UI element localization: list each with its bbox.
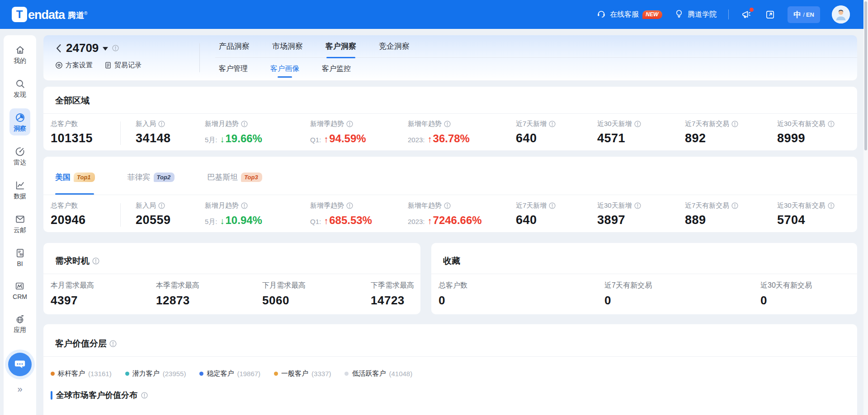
page-scrollbar[interactable] xyxy=(863,0,868,415)
announcements-button[interactable] xyxy=(741,9,752,20)
legend-dot xyxy=(125,372,129,376)
globe-leaf-icon xyxy=(14,313,26,325)
stat-quarterly-trend: 新增季趋势 Q1: ↑685.53% xyxy=(310,201,408,227)
fullscreen-icon xyxy=(765,9,775,20)
stat-quarterly-trend: 新增季趋势 Q1: ↑94.59% xyxy=(310,120,408,145)
tab-product-insight[interactable]: 产品洞察 xyxy=(219,35,250,57)
favorites-stats-row: 总客户数 0 近7天有新交易 0 近30天有新交易 0 xyxy=(431,281,857,308)
plan-settings-button[interactable]: 方案设置 xyxy=(55,61,93,70)
stat-new-entrants: 新入局 34148 xyxy=(136,120,205,145)
info-icon[interactable] xyxy=(731,121,738,127)
legend-potential-customers[interactable]: 潜力客户 (23955) xyxy=(125,369,186,378)
sidebar-item-mail[interactable]: 云邮 xyxy=(14,214,26,234)
sidebar-item-insight[interactable]: 洞察 xyxy=(9,108,30,135)
legend-low-activity-customers[interactable]: 低活跃客户 (41048) xyxy=(344,369,412,378)
accent-bar xyxy=(51,391,52,400)
stat-demand-this-quarter: 本季需求最高 12873 xyxy=(156,281,262,308)
tab-customer-insight[interactable]: 客户洞察 xyxy=(326,35,356,57)
sidebar-item-discover[interactable]: 发现 xyxy=(14,78,26,99)
tab-market-insight[interactable]: 市场洞察 xyxy=(272,35,303,57)
info-icon[interactable] xyxy=(634,121,641,127)
stat-demand-next-month: 下月需求最高 5060 xyxy=(262,281,371,308)
subtab-customer-profile[interactable]: 客户画像 xyxy=(270,58,299,80)
info-icon[interactable] xyxy=(109,340,117,347)
legend-general-customers[interactable]: 一般客户 (3337) xyxy=(274,369,331,378)
back-chevron-icon xyxy=(55,44,62,53)
subtab-customer-monitoring[interactable]: 客户监控 xyxy=(322,58,351,80)
info-icon[interactable] xyxy=(634,202,641,209)
value-legend: 标杆客户 (13161) 潜力客户 (23955) 稳定客户 (19867) 一… xyxy=(43,369,857,378)
legend-stable-customers[interactable]: 稳定客户 (19867) xyxy=(199,369,260,378)
sidebar-item-apps[interactable]: 应用 xyxy=(14,313,26,334)
info-icon[interactable] xyxy=(241,121,248,127)
favorites-card: 收藏 总客户数 0 近7天有新交易 0 近30天有新交易 0 xyxy=(431,243,857,314)
stat-trades-30d: 近30天有新交易 5704 xyxy=(777,201,857,227)
home-icon xyxy=(14,44,26,56)
info-icon[interactable] xyxy=(346,202,353,209)
sidebar-item-radar[interactable]: 雷达 xyxy=(14,146,26,167)
info-icon[interactable] xyxy=(731,202,738,209)
search-icon xyxy=(14,78,26,89)
academy-label: 腾道学院 xyxy=(688,10,717,19)
online-service-button[interactable]: 在线客服 NEW xyxy=(596,9,662,20)
info-icon[interactable] xyxy=(158,202,165,209)
info-icon[interactable] xyxy=(444,202,451,209)
section-title-demand-timing: 需求时机 xyxy=(43,255,420,267)
stat-new-7d: 近7天新增 640 xyxy=(516,120,597,145)
info-icon[interactable] xyxy=(241,202,248,209)
country-tab-philippines[interactable]: 菲律宾 Top2 xyxy=(127,159,175,195)
user-avatar[interactable] xyxy=(832,5,850,23)
info-icon[interactable] xyxy=(158,121,165,127)
subtab-customer-management[interactable]: 客户管理 xyxy=(219,58,248,80)
stat-monthly-trend: 新增月趋势 5月: ↓10.94% xyxy=(205,201,310,227)
avatar-person-icon xyxy=(832,5,850,23)
sidebar-item-data[interactable]: 数据 xyxy=(14,180,26,201)
scrollbar-thumb[interactable] xyxy=(864,1,867,150)
stat-fav-trades-7d: 近7天有新交易 0 xyxy=(604,281,760,308)
sidebar-collapse-button[interactable]: » xyxy=(17,384,22,394)
info-icon[interactable] xyxy=(444,121,451,127)
language-switcher[interactable]: 中 / EN xyxy=(788,6,820,23)
sidebar-item-bi[interactable]: BI BI xyxy=(14,247,26,267)
stat-trades-30d: 近30天有新交易 8999 xyxy=(777,120,857,145)
trade-records-button[interactable]: 贸易记录 xyxy=(104,61,142,70)
info-icon[interactable] xyxy=(549,121,556,127)
country-tab-pakistan[interactable]: 巴基斯坦 Top3 xyxy=(207,159,262,195)
line-chart-icon xyxy=(14,180,26,191)
demand-stats-row: 本月需求最高 4397 本季需求最高 12873 下月需求最高 5060 下季需… xyxy=(43,281,420,308)
legend-dot xyxy=(51,372,55,376)
plan-dropdown-caret[interactable] xyxy=(103,47,108,51)
legend-dot xyxy=(199,372,203,376)
info-icon[interactable] xyxy=(828,202,835,209)
info-icon[interactable] xyxy=(141,392,148,399)
stat-new-7d: 近7天新增 640 xyxy=(516,201,597,227)
tab-competitor-insight[interactable]: 竞企洞察 xyxy=(379,35,410,57)
plan-info-icon[interactable] xyxy=(112,45,119,51)
fullscreen-button[interactable] xyxy=(764,9,776,20)
info-icon[interactable] xyxy=(92,257,99,265)
info-icon[interactable] xyxy=(828,121,835,127)
mail-icon xyxy=(14,214,26,225)
top2-badge: Top2 xyxy=(154,173,175,182)
sidebar-item-mine[interactable]: 我的 xyxy=(14,44,26,65)
sidebar-item-crm[interactable]: CRM xyxy=(13,280,27,300)
tendata-logo[interactable]: T endata 腾道 ® xyxy=(12,7,87,22)
divider xyxy=(43,113,857,114)
left-sidebar: 我的 发现 洞察 雷达 数据 云邮 xyxy=(4,35,36,415)
back-button[interactable] xyxy=(55,44,62,53)
info-icon[interactable] xyxy=(346,121,353,127)
top3-badge: Top3 xyxy=(241,173,262,182)
document-icon xyxy=(104,61,112,69)
section-title-all-region: 全部区域 xyxy=(43,95,857,107)
country-tab-usa[interactable]: 美国 Top1 xyxy=(55,159,95,195)
academy-button[interactable]: 腾道学院 xyxy=(674,9,717,20)
legend-benchmark-customers[interactable]: 标杆客户 (13161) xyxy=(51,369,112,378)
top1-badge: Top1 xyxy=(74,173,95,182)
info-icon[interactable] xyxy=(549,202,556,209)
customer-value-card: 客户价值分层 标杆客户 (13161) 潜力客户 (23955) 稳定客户 (1… xyxy=(43,324,857,415)
country-stats-card: 美国 Top1 菲律宾 Top2 巴基斯坦 Top3 总客户数 20946 新入… xyxy=(43,157,857,232)
chat-fab-button[interactable] xyxy=(8,353,32,376)
online-service-label: 在线客服 xyxy=(610,10,639,19)
bi-report-icon: BI xyxy=(14,247,26,259)
new-badge: NEW xyxy=(642,10,662,19)
